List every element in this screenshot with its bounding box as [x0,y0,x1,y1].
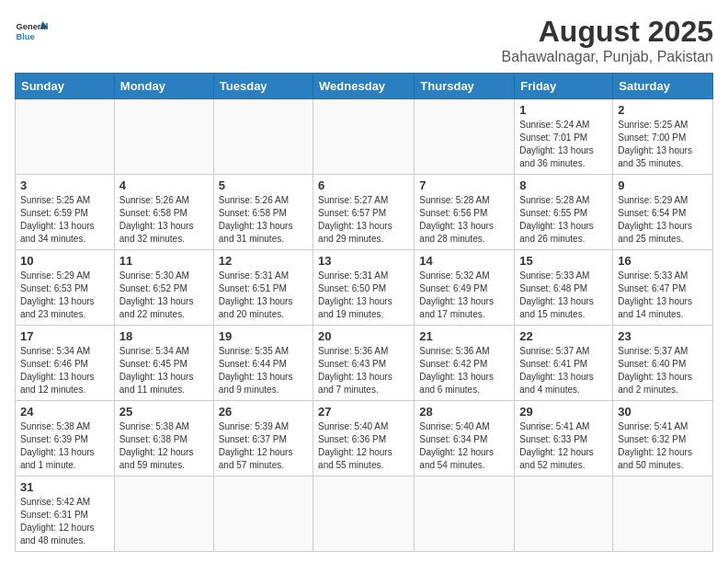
day-info: Sunrise: 5:24 AM Sunset: 7:01 PM Dayligh… [519,119,608,170]
calendar-cell: 7Sunrise: 5:28 AM Sunset: 6:56 PM Daylig… [415,175,515,250]
day-number: 30 [618,405,708,419]
day-number: 24 [20,405,109,419]
day-number: 26 [219,405,308,419]
day-info: Sunrise: 5:41 AM Sunset: 6:33 PM Dayligh… [519,420,608,472]
week-row-4: 17Sunrise: 5:34 AM Sunset: 6:46 PM Dayli… [16,326,713,401]
calendar-cell: 17Sunrise: 5:34 AM Sunset: 6:46 PM Dayli… [16,326,115,401]
calendar-cell: 11Sunrise: 5:30 AM Sunset: 6:52 PM Dayli… [114,250,213,326]
week-row-5: 24Sunrise: 5:38 AM Sunset: 6:39 PM Dayli… [16,401,713,477]
day-number: 22 [519,329,608,343]
header-saturday: Saturday [613,74,713,99]
day-number: 4 [119,178,209,192]
calendar-cell: 23Sunrise: 5:37 AM Sunset: 6:40 PM Dayli… [613,326,713,401]
day-info: Sunrise: 5:40 AM Sunset: 6:36 PM Dayligh… [318,420,409,472]
weekday-header-row: Sunday Monday Tuesday Wednesday Thursday… [16,74,713,99]
day-info: Sunrise: 5:28 AM Sunset: 6:55 PM Dayligh… [519,194,608,246]
day-number: 29 [519,405,608,419]
week-row-1: 1Sunrise: 5:24 AM Sunset: 7:01 PM Daylig… [16,99,713,175]
day-number: 2 [618,103,708,117]
week-row-2: 3Sunrise: 5:25 AM Sunset: 6:59 PM Daylig… [16,175,713,250]
day-number: 20 [318,329,409,343]
calendar-cell: 29Sunrise: 5:41 AM Sunset: 6:33 PM Dayli… [515,401,613,477]
day-info: Sunrise: 5:26 AM Sunset: 6:58 PM Dayligh… [219,194,308,246]
day-number: 1 [519,103,608,117]
calendar-cell [415,99,515,175]
day-number: 5 [219,178,308,192]
calendar-cell: 12Sunrise: 5:31 AM Sunset: 6:51 PM Dayli… [213,250,313,326]
day-number: 15 [519,254,608,268]
day-number: 13 [318,254,409,268]
day-info: Sunrise: 5:32 AM Sunset: 6:49 PM Dayligh… [419,270,509,321]
calendar-cell: 30Sunrise: 5:41 AM Sunset: 6:32 PM Dayli… [613,401,713,477]
calendar-cell: 3Sunrise: 5:25 AM Sunset: 6:59 PM Daylig… [16,175,115,250]
header-thursday: Thursday [415,74,515,99]
calendar-cell: 19Sunrise: 5:35 AM Sunset: 6:44 PM Dayli… [213,326,313,401]
day-info: Sunrise: 5:41 AM Sunset: 6:32 PM Dayligh… [618,420,708,472]
calendar-subtitle: Bahawalnagar, Punjab, Pakistan [502,49,713,65]
day-info: Sunrise: 5:35 AM Sunset: 6:44 PM Dayligh… [219,345,308,396]
header-monday: Monday [114,74,213,99]
calendar-cell: 26Sunrise: 5:39 AM Sunset: 6:37 PM Dayli… [213,401,313,477]
day-number: 3 [20,178,109,192]
day-info: Sunrise: 5:38 AM Sunset: 6:38 PM Dayligh… [119,420,209,472]
day-info: Sunrise: 5:36 AM Sunset: 6:42 PM Dayligh… [419,345,509,396]
day-number: 25 [119,405,209,419]
day-number: 16 [618,254,708,268]
title-area: August 2025 Bahawalnagar, Punjab, Pakist… [502,15,713,65]
calendar-cell [16,99,115,175]
calendar-cell: 2Sunrise: 5:25 AM Sunset: 7:00 PM Daylig… [613,99,713,175]
calendar-cell [313,99,415,175]
calendar-cell: 31Sunrise: 5:42 AM Sunset: 6:31 PM Dayli… [16,477,115,552]
calendar-cell [114,99,213,175]
calendar-cell [613,477,713,552]
calendar-cell: 6Sunrise: 5:27 AM Sunset: 6:57 PM Daylig… [313,175,415,250]
day-info: Sunrise: 5:39 AM Sunset: 6:37 PM Dayligh… [219,420,308,472]
day-info: Sunrise: 5:33 AM Sunset: 6:47 PM Dayligh… [618,270,708,321]
calendar-cell: 16Sunrise: 5:33 AM Sunset: 6:47 PM Dayli… [613,250,713,326]
day-number: 12 [219,254,308,268]
calendar-cell: 25Sunrise: 5:38 AM Sunset: 6:38 PM Dayli… [114,401,213,477]
day-info: Sunrise: 5:40 AM Sunset: 6:34 PM Dayligh… [419,420,509,472]
day-number: 8 [519,178,608,192]
day-info: Sunrise: 5:37 AM Sunset: 6:41 PM Dayligh… [519,345,608,396]
day-info: Sunrise: 5:25 AM Sunset: 6:59 PM Dayligh… [20,194,109,246]
calendar-cell [114,477,213,552]
calendar-cell: 10Sunrise: 5:29 AM Sunset: 6:53 PM Dayli… [16,250,115,326]
logo: General Blue [15,15,48,48]
calendar-cell [213,477,313,552]
day-number: 17 [20,329,109,343]
header-wednesday: Wednesday [313,74,415,99]
page-header: General Blue August 2025 Bahawalnagar, P… [15,15,713,65]
day-number: 6 [318,178,409,192]
calendar-cell: 1Sunrise: 5:24 AM Sunset: 7:01 PM Daylig… [515,99,613,175]
calendar-cell: 20Sunrise: 5:36 AM Sunset: 6:43 PM Dayli… [313,326,415,401]
calendar-cell: 14Sunrise: 5:32 AM Sunset: 6:49 PM Dayli… [415,250,515,326]
calendar-cell: 5Sunrise: 5:26 AM Sunset: 6:58 PM Daylig… [213,175,313,250]
day-info: Sunrise: 5:30 AM Sunset: 6:52 PM Dayligh… [119,270,209,321]
calendar-cell [313,477,415,552]
calendar-cell [415,477,515,552]
day-info: Sunrise: 5:31 AM Sunset: 6:50 PM Dayligh… [318,270,409,321]
calendar-cell [515,477,613,552]
day-info: Sunrise: 5:38 AM Sunset: 6:39 PM Dayligh… [20,420,109,472]
day-info: Sunrise: 5:31 AM Sunset: 6:51 PM Dayligh… [219,270,308,321]
day-info: Sunrise: 5:34 AM Sunset: 6:45 PM Dayligh… [119,345,209,396]
calendar-cell: 15Sunrise: 5:33 AM Sunset: 6:48 PM Dayli… [515,250,613,326]
day-number: 23 [618,329,708,343]
day-info: Sunrise: 5:29 AM Sunset: 6:54 PM Dayligh… [618,194,708,246]
day-info: Sunrise: 5:26 AM Sunset: 6:58 PM Dayligh… [119,194,209,246]
logo-icon: General Blue [15,15,48,48]
day-info: Sunrise: 5:34 AM Sunset: 6:46 PM Dayligh… [20,345,109,396]
calendar-cell: 18Sunrise: 5:34 AM Sunset: 6:45 PM Dayli… [114,326,213,401]
day-info: Sunrise: 5:28 AM Sunset: 6:56 PM Dayligh… [419,194,509,246]
day-number: 19 [219,329,308,343]
day-number: 11 [119,254,209,268]
calendar-cell: 21Sunrise: 5:36 AM Sunset: 6:42 PM Dayli… [415,326,515,401]
day-info: Sunrise: 5:29 AM Sunset: 6:53 PM Dayligh… [20,270,109,321]
day-number: 27 [318,405,409,419]
calendar-table: Sunday Monday Tuesday Wednesday Thursday… [15,73,713,552]
calendar-cell: 24Sunrise: 5:38 AM Sunset: 6:39 PM Dayli… [16,401,115,477]
calendar-cell: 8Sunrise: 5:28 AM Sunset: 6:55 PM Daylig… [515,175,613,250]
week-row-3: 10Sunrise: 5:29 AM Sunset: 6:53 PM Dayli… [16,250,713,326]
day-number: 9 [618,178,708,192]
